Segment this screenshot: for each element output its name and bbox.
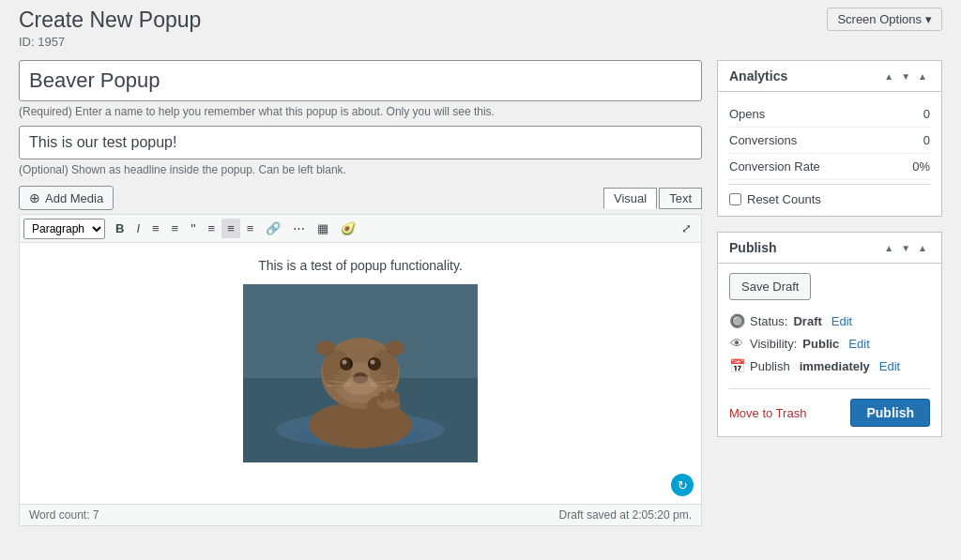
publish-title: Publish (729, 240, 777, 255)
word-count: Word count: 7 (29, 508, 99, 522)
timing-edit-link[interactable]: Edit (879, 359, 900, 373)
emoji-button[interactable]: 🥑 (335, 219, 361, 238)
analytics-minimize-button[interactable]: ▲ (915, 69, 930, 83)
svg-point-23 (392, 391, 400, 402)
conversions-value: 0 (923, 133, 930, 147)
save-draft-button[interactable]: Save Draft (729, 273, 811, 300)
publish-prefix: Publish (750, 359, 790, 373)
publish-panel-body: Save Draft 🔘 Status: Draft Edit 👁 Visibi… (718, 264, 941, 436)
add-media-icon: ⊕ (29, 190, 40, 205)
publish-button[interactable]: Publish (850, 399, 930, 427)
visibility-value: Public (802, 337, 839, 351)
table-button[interactable]: ▦ (312, 219, 334, 238)
opens-row: Opens 0 (729, 101, 930, 128)
analytics-panel: Analytics ▲ ▼ ▲ Opens 0 Conversions 0 Co… (717, 60, 942, 217)
visibility-row: 👁 Visibility: Public Edit (729, 332, 930, 355)
popup-headline-input[interactable] (19, 126, 702, 159)
screen-options-button[interactable]: Screen Options ▾ (827, 8, 942, 31)
add-media-button[interactable]: ⊕ Add Media (19, 186, 114, 210)
reset-counts-label[interactable]: Reset Counts (747, 192, 821, 206)
svg-point-25 (370, 350, 398, 387)
post-id: ID: 1957 (19, 35, 201, 49)
analytics-panel-controls: ▲ ▼ ▲ (881, 69, 930, 83)
analytics-panel-header: Analytics ▲ ▼ ▲ (718, 61, 941, 92)
paragraph-format-select[interactable]: Paragraph (23, 219, 105, 239)
publish-minimize-button[interactable]: ▲ (915, 241, 930, 255)
title-hint: (Required) Enter a name to help you reme… (19, 105, 702, 118)
sidebar: Analytics ▲ ▼ ▲ Opens 0 Conversions 0 Co… (717, 60, 942, 526)
link-button[interactable]: 🔗 (260, 219, 286, 238)
svg-point-24 (323, 350, 351, 387)
visibility-icon: 👁 (729, 336, 744, 351)
publish-panel: Publish ▲ ▼ ▲ Save Draft 🔘 Status: Draft… (717, 232, 942, 437)
publish-collapse-down-button[interactable]: ▼ (898, 241, 913, 255)
italic-button[interactable]: I (130, 219, 145, 238)
refresh-icon[interactable]: ↻ (671, 474, 694, 496)
blockquote-button[interactable]: " (185, 218, 201, 239)
status-icon: 🔘 (729, 313, 744, 328)
page-title: Create New Popup (19, 8, 201, 33)
headline-hint: (Optional) Shown as headline inside the … (19, 163, 702, 176)
conversion-rate-row: Conversion Rate 0% (729, 154, 930, 180)
draft-saved: Draft saved at 2:05:20 pm. (559, 508, 692, 522)
status-row: 🔘 Status: Draft Edit (729, 310, 930, 332)
popup-name-input[interactable] (19, 60, 702, 101)
analytics-title: Analytics (729, 68, 787, 83)
visibility-edit-link[interactable]: Edit (848, 337, 869, 351)
editor-area: (Required) Enter a name to help you reme… (19, 60, 702, 526)
editor-text: This is a test of popup functionality. (35, 258, 686, 273)
publish-footer: Move to Trash Publish (729, 388, 930, 427)
calendar-icon: 📅 (729, 358, 744, 373)
svg-point-21 (378, 391, 386, 402)
status-label: Status: (750, 314, 787, 328)
editor-image-container (35, 284, 686, 462)
expand-button[interactable]: ⤢ (676, 219, 697, 238)
publish-collapse-up-button[interactable]: ▲ (881, 241, 896, 255)
visibility-label: Visibility: (750, 337, 797, 351)
publish-timing: immediately (800, 359, 870, 373)
add-media-label: Add Media (45, 191, 103, 205)
conversions-label: Conversions (729, 133, 797, 147)
analytics-panel-body: Opens 0 Conversions 0 Conversion Rate 0%… (718, 92, 941, 216)
conversions-row: Conversions 0 (729, 128, 930, 154)
publish-panel-controls: ▲ ▼ ▲ (881, 241, 930, 255)
otter-image (243, 284, 478, 462)
reset-counts-checkbox[interactable] (729, 193, 741, 205)
text-tab[interactable]: Text (659, 188, 702, 209)
bold-button[interactable]: B (110, 219, 130, 238)
editor-footer: Word count: 7 Draft saved at 2:05:20 pm. (19, 505, 702, 526)
conversion-rate-label: Conversion Rate (729, 159, 820, 174)
align-center-button[interactable]: ≡ (221, 219, 240, 238)
unordered-list-button[interactable]: ≡ (146, 219, 165, 238)
reset-counts-row: Reset Counts (729, 184, 930, 206)
screen-options-label: Screen Options (837, 12, 922, 26)
editor-content[interactable]: This is a test of popup functionality. (19, 242, 702, 505)
svg-point-22 (386, 389, 393, 401)
opens-label: Opens (729, 107, 765, 121)
status-value: Draft (793, 314, 821, 328)
move-to-trash-link[interactable]: Move to Trash (729, 406, 806, 420)
analytics-collapse-down-button[interactable]: ▼ (898, 69, 913, 83)
visual-tab[interactable]: Visual (603, 188, 657, 209)
opens-value: 0 (923, 107, 930, 121)
view-tabs: Visual Text (603, 188, 702, 209)
ordered-list-button[interactable]: ≡ (166, 219, 185, 238)
status-edit-link[interactable]: Edit (831, 314, 852, 328)
conversion-rate-value: 0% (912, 159, 930, 174)
align-right-button[interactable]: ≡ (241, 219, 260, 238)
formatting-toolbar: Paragraph B I ≡ ≡ " ≡ ≡ ≡ 🔗 ⋯ ▦ 🥑 ⤢ (19, 214, 702, 242)
chevron-down-icon: ▾ (925, 12, 932, 26)
publish-meta: 🔘 Status: Draft Edit 👁 Visibility: Publi… (729, 310, 930, 377)
more-button[interactable]: ⋯ (287, 219, 311, 238)
publish-panel-header: Publish ▲ ▼ ▲ (718, 233, 941, 264)
align-left-button[interactable]: ≡ (203, 219, 221, 238)
timing-row: 📅 Publish immediately Edit (729, 355, 930, 377)
analytics-collapse-up-button[interactable]: ▲ (881, 69, 896, 83)
